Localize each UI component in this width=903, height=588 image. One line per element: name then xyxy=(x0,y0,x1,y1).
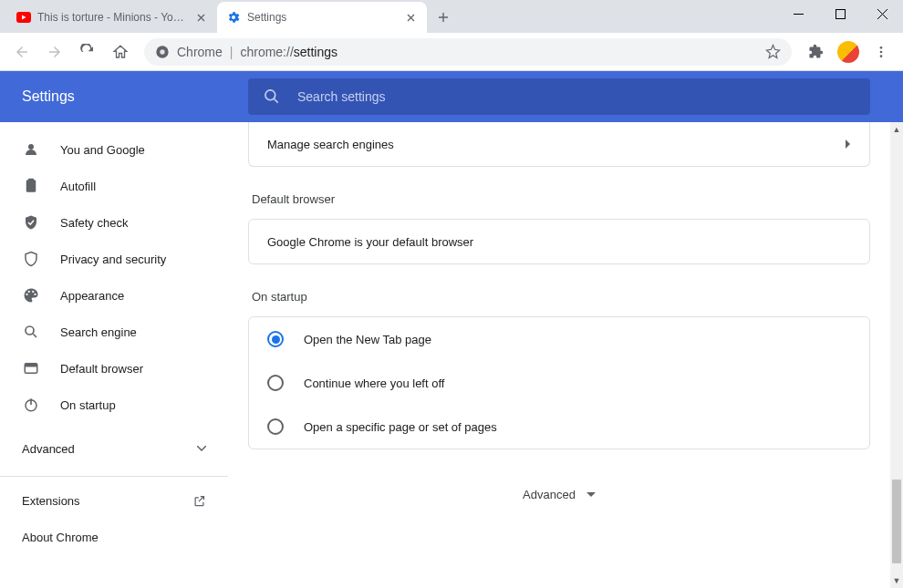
divider xyxy=(0,476,228,477)
scroll-down-icon[interactable]: ▼ xyxy=(890,573,903,588)
sidebar-item-search-engine[interactable]: Search engine xyxy=(0,314,228,350)
sidebar: You and Google Autofill Safety check Pri… xyxy=(0,122,228,588)
settings-header: Settings xyxy=(0,71,903,122)
forward-button[interactable] xyxy=(40,37,69,67)
startup-option-continue[interactable]: Continue where you left off xyxy=(249,361,869,405)
scrollbar[interactable]: ▲ ▼ xyxy=(890,122,903,588)
external-link-icon xyxy=(192,494,206,508)
person-icon xyxy=(22,141,40,158)
profile-avatar[interactable] xyxy=(834,37,863,67)
url-path: chrome://settings xyxy=(240,45,337,59)
tab-title: This is torture - Minions - YouTube xyxy=(37,11,187,24)
tab-youtube[interactable]: This is torture - Minions - YouTube xyxy=(7,2,217,33)
on-startup-heading: On startup xyxy=(252,290,870,304)
minimize-button[interactable] xyxy=(777,0,819,27)
sidebar-advanced[interactable]: Advanced xyxy=(0,430,228,467)
svg-rect-14 xyxy=(25,364,37,367)
chevron-down-icon xyxy=(586,492,596,498)
sidebar-item-default-browser[interactable]: Default browser xyxy=(0,350,228,387)
search-settings[interactable] xyxy=(248,78,870,115)
tab-settings[interactable]: Settings xyxy=(217,2,427,33)
svg-point-6 xyxy=(880,50,883,53)
svg-rect-2 xyxy=(836,9,845,18)
clipboard-icon xyxy=(22,178,40,194)
manage-search-engines[interactable]: Manage search engines xyxy=(249,122,869,166)
chevron-down-icon xyxy=(197,446,206,451)
svg-point-12 xyxy=(26,326,34,335)
chevron-right-icon xyxy=(846,139,851,149)
sidebar-item-autofill[interactable]: Autofill xyxy=(0,168,228,204)
radio-icon xyxy=(267,418,284,435)
search-input[interactable] xyxy=(297,89,856,104)
close-window-button[interactable] xyxy=(861,0,903,27)
scroll-up-icon[interactable]: ▲ xyxy=(890,122,903,137)
startup-option-new-tab[interactable]: Open the New Tab page xyxy=(249,317,869,361)
search-icon xyxy=(263,88,281,106)
sidebar-item-on-startup[interactable]: On startup xyxy=(0,387,228,423)
youtube-icon xyxy=(16,10,31,25)
address-bar[interactable]: Chrome | chrome://settings xyxy=(144,38,792,66)
shield-icon xyxy=(22,251,40,267)
default-browser-status: Google Chrome is your default browser xyxy=(249,220,869,263)
power-icon xyxy=(22,397,40,413)
svg-point-5 xyxy=(880,46,883,49)
svg-rect-10 xyxy=(26,180,36,192)
url-origin: Chrome xyxy=(177,45,223,59)
tab-strip: This is torture - Minions - YouTube Sett… xyxy=(0,0,903,33)
new-tab-button[interactable] xyxy=(431,5,456,30)
radio-icon xyxy=(267,375,284,391)
svg-point-4 xyxy=(160,49,164,54)
sidebar-item-you-and-google[interactable]: You and Google xyxy=(0,131,228,168)
extensions-icon[interactable] xyxy=(801,37,830,67)
page-title: Settings xyxy=(22,88,248,105)
reload-button[interactable] xyxy=(73,37,102,67)
svg-rect-1 xyxy=(794,14,804,15)
maximize-button[interactable] xyxy=(819,0,861,27)
site-info-icon[interactable] xyxy=(155,45,170,59)
close-icon[interactable] xyxy=(193,10,208,25)
bookmark-icon[interactable] xyxy=(765,44,781,59)
svg-point-7 xyxy=(880,55,883,57)
sidebar-item-appearance[interactable]: Appearance xyxy=(0,277,228,314)
svg-point-8 xyxy=(265,90,275,100)
advanced-toggle[interactable]: Advanced xyxy=(248,488,870,501)
main-content: Manage search engines Default browser Go… xyxy=(228,122,903,588)
sidebar-item-privacy[interactable]: Privacy and security xyxy=(0,241,228,277)
home-button[interactable] xyxy=(106,37,135,67)
gear-icon xyxy=(226,10,241,25)
sidebar-item-safety-check[interactable]: Safety check xyxy=(0,204,228,241)
startup-option-specific[interactable]: Open a specific page or set of pages xyxy=(249,405,869,449)
close-icon[interactable] xyxy=(403,10,418,25)
default-browser-heading: Default browser xyxy=(252,192,870,206)
svg-point-9 xyxy=(28,144,34,150)
tab-title: Settings xyxy=(247,11,397,24)
search-icon xyxy=(22,324,40,340)
menu-icon[interactable] xyxy=(867,37,896,67)
radio-icon xyxy=(267,331,284,347)
back-button[interactable] xyxy=(7,37,36,67)
scrollbar-thumb[interactable] xyxy=(892,480,901,563)
svg-rect-11 xyxy=(28,179,34,181)
palette-icon xyxy=(22,287,40,304)
toolbar: Chrome | chrome://settings xyxy=(0,33,903,71)
sidebar-about[interactable]: About Chrome xyxy=(0,519,228,555)
sidebar-extensions[interactable]: Extensions xyxy=(0,482,228,519)
browser-icon xyxy=(22,360,40,377)
shield-check-icon xyxy=(22,214,40,231)
